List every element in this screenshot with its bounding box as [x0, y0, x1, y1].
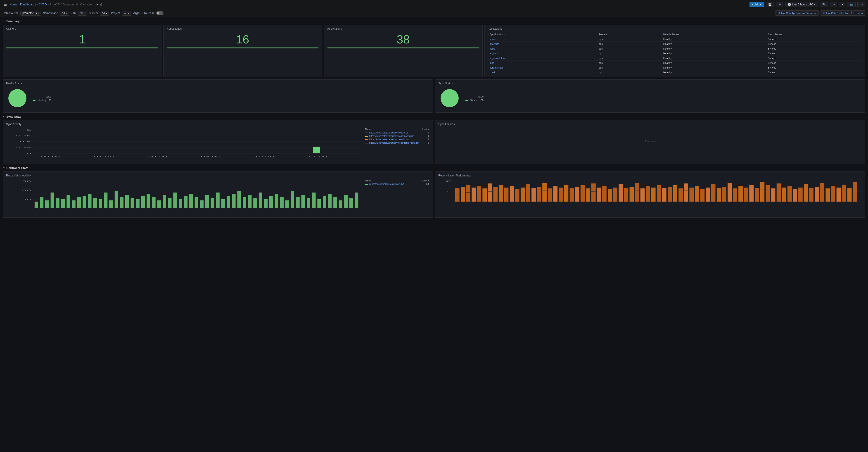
svg-rect-96 [471, 187, 476, 202]
svg-rect-61 [221, 199, 225, 208]
app-project-cell: ops [597, 65, 661, 70]
app-link[interactable]: argo-workflows [490, 57, 506, 60]
applications-title: Applications [327, 27, 479, 30]
project-select[interactable]: All ▾ [122, 11, 131, 16]
menu-icon[interactable]: ☰ [3, 1, 8, 7]
recon-perf-chart: 40 20 [438, 179, 862, 213]
svg-rect-35 [83, 196, 86, 208]
col-application[interactable]: Application ↑ [488, 32, 597, 37]
svg-rect-138 [701, 189, 705, 202]
namespace-select[interactable]: All ▾ [60, 11, 69, 16]
sync-legend-value: 0 [421, 138, 430, 141]
app-health-cell: Healthy [661, 41, 766, 47]
toggle-track[interactable] [156, 11, 163, 15]
svg-rect-154 [787, 186, 792, 202]
svg-rect-165 [847, 188, 852, 202]
svg-rect-161 [826, 188, 830, 202]
app-health-cell: Healthy [661, 70, 766, 75]
summary-section-header[interactable]: ▼ Summary [3, 20, 865, 23]
svg-text:150: 150 [18, 180, 31, 182]
applications-bar [327, 48, 479, 49]
search-button[interactable]: 🔍 [820, 2, 828, 7]
col-name: Name [364, 128, 421, 131]
svg-rect-44 [131, 198, 134, 208]
app-link[interactable]: auth [490, 62, 494, 64]
col-health[interactable]: Health Status [661, 32, 766, 37]
svg-text:20: 20 [445, 190, 452, 192]
svg-rect-63 [232, 194, 236, 208]
time-range-button[interactable]: 🕐 Last 6 hours UTC ▾ [785, 2, 818, 7]
sync-synced-item: Synced 38 [465, 99, 484, 101]
controller-stats-section-header[interactable]: ▼ Controller Stats [3, 166, 865, 170]
svg-rect-115 [575, 187, 580, 202]
data-source-select[interactable]: prometheus ▾ [20, 11, 41, 16]
app-link[interactable]: argo-cd [490, 52, 498, 55]
app-project-cell: ops [597, 70, 661, 75]
healthy-count: 38 [49, 99, 51, 101]
breadcrumb-dashboards[interactable]: Dashboards [20, 3, 36, 6]
svg-rect-120 [602, 186, 607, 202]
expand-button[interactable]: ▾ [839, 2, 845, 7]
recon-chart-area: 150 100 50 [6, 179, 362, 215]
chevron-down-icon: ▼ [3, 167, 5, 169]
add-icon: + [752, 3, 753, 6]
table-row: analytics ops Healthy Synced [488, 41, 862, 47]
svg-rect-81 [328, 194, 332, 208]
synced-color [465, 100, 468, 101]
job-select[interactable]: All ▾ [78, 11, 87, 16]
sync-status-title: Sync Status [438, 82, 862, 85]
settings-button[interactable]: ⚙ [776, 2, 783, 7]
svg-rect-147 [749, 185, 753, 202]
cluster-select[interactable]: All ▾ [100, 11, 109, 16]
svg-rect-68 [259, 192, 262, 208]
app-link[interactable]: apps [490, 47, 495, 50]
svg-rect-60 [216, 192, 220, 208]
svg-rect-157 [804, 184, 808, 202]
tv-button[interactable]: 📺 [847, 2, 856, 7]
app-health-cell: Healthy [661, 47, 766, 51]
argocd-release-toggle[interactable] [156, 11, 163, 15]
svg-rect-66 [248, 195, 252, 208]
app-link[interactable]: admin [490, 38, 496, 40]
more-button[interactable]: ≫ [857, 2, 865, 7]
col-sync[interactable]: Sync Status [766, 32, 862, 37]
breadcrumb-cicd[interactable]: CI/CD [39, 3, 46, 6]
sync-pie-legend: Value Synced 38 [465, 95, 484, 101]
app-link[interactable]: cert-manager [490, 66, 504, 69]
share-icon[interactable]: ⎙ [100, 3, 102, 6]
svg-text:0.25: 0.25 [16, 146, 31, 149]
svg-rect-65 [243, 197, 246, 208]
svg-rect-113 [564, 185, 568, 202]
add-button[interactable]: + Add ▾ [749, 2, 764, 7]
svg-rect-151 [771, 188, 775, 202]
svg-rect-34 [78, 197, 81, 208]
svg-rect-126 [635, 183, 639, 202]
color-indicator [365, 139, 368, 140]
table-row: apps ops Healthy Synced [488, 47, 862, 51]
save-button[interactable]: 💾 [766, 2, 774, 7]
svg-rect-153 [782, 187, 786, 202]
app-project-cell: ops [597, 61, 661, 65]
svg-rect-56 [195, 197, 198, 208]
star-icon[interactable]: ★ [96, 3, 99, 6]
refresh-button[interactable]: ↻ [830, 2, 837, 7]
svg-rect-30 [56, 198, 60, 208]
chevron-down-icon: ▼ [3, 20, 5, 22]
svg-rect-139 [706, 187, 710, 202]
svg-rect-106 [526, 184, 530, 202]
sync-failures-title: Sync Failures [438, 123, 862, 126]
repositories-value: 16 [167, 31, 319, 46]
app-health-cell: Healthy [661, 65, 766, 70]
app-link[interactable]: ci-cd [490, 71, 495, 74]
color-indicator [365, 136, 368, 137]
col-project[interactable]: Project [597, 32, 661, 37]
clock-icon: 🕐 [788, 3, 791, 6]
argocd-app-overview-link[interactable]: ⊞ ArgoCD / Application / Overview [775, 10, 819, 16]
argocd-notifications-link[interactable]: ⊞ ArgoCD / Notifications / Overview [820, 10, 865, 16]
svg-text:0.5: 0.5 [20, 141, 31, 143]
breadcrumb-home[interactable]: Home [9, 3, 18, 6]
app-link[interactable]: analytics [490, 42, 499, 45]
svg-rect-128 [646, 186, 650, 202]
sync-stats-section-header[interactable]: ▼ Sync Stats [3, 115, 865, 118]
app-project-cell: ops [597, 47, 661, 51]
